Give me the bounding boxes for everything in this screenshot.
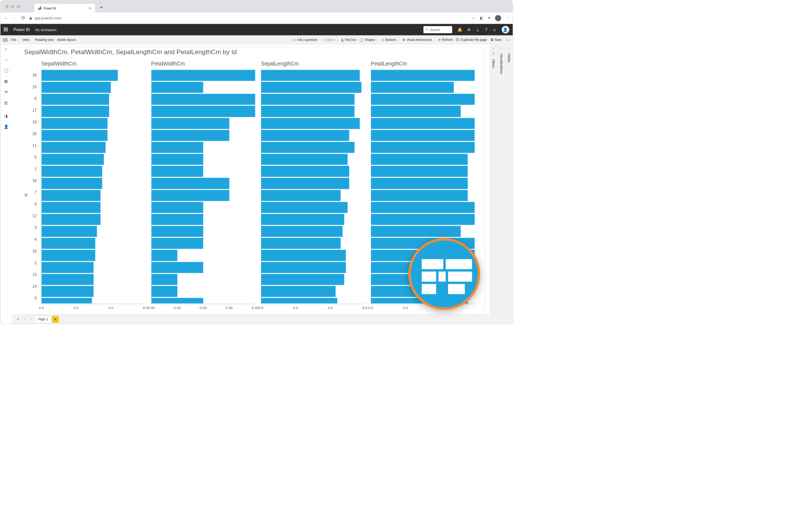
bar[interactable] (151, 286, 177, 297)
duplicate-page-button[interactable]: ⿻Duplicate this page (456, 38, 487, 41)
help-icon[interactable]: ? (485, 28, 487, 32)
search-input[interactable]: Search (423, 26, 452, 33)
textbox-button[interactable]: A̲Text box (341, 38, 356, 41)
bar[interactable] (261, 202, 348, 213)
bar[interactable] (261, 118, 360, 129)
bar[interactable] (261, 262, 346, 273)
reading-view-button[interactable]: Reading view (35, 38, 54, 41)
reload-icon[interactable]: ⟳ (21, 15, 25, 21)
explore-button[interactable]: ✧Explore⌄ (320, 38, 338, 41)
bar[interactable] (42, 82, 111, 93)
bar[interactable] (261, 226, 343, 237)
bar[interactable] (151, 118, 229, 129)
buttons-button[interactable]: ▭Buttons⌄ (381, 38, 399, 41)
apps-icon[interactable]: ▦ (4, 79, 8, 84)
bar[interactable] (42, 178, 102, 189)
menu-icon[interactable]: ⋮ (506, 16, 509, 20)
feedback-icon[interactable]: ☺ (492, 28, 496, 32)
profile-avatar-icon[interactable] (495, 15, 501, 21)
bar[interactable] (261, 286, 336, 297)
bar[interactable] (371, 106, 461, 117)
bar[interactable] (371, 118, 475, 129)
bar[interactable] (42, 202, 100, 213)
expand-icon[interactable]: ↗ (13, 317, 21, 321)
bar[interactable] (261, 238, 341, 249)
home-icon[interactable]: ⌂ (5, 47, 7, 51)
shapes-button[interactable]: ◯Shapes⌄ (360, 38, 378, 41)
bar[interactable] (371, 70, 475, 81)
view-menu[interactable]: View⌄ (22, 38, 32, 41)
bar[interactable] (261, 214, 344, 225)
add-page-button[interactable]: + (52, 316, 59, 323)
bar[interactable] (371, 226, 461, 237)
bar[interactable] (42, 106, 109, 117)
ask-question-button[interactable]: ▭Ask a question (293, 38, 317, 41)
refresh-button[interactable]: ⟳Refresh (438, 38, 453, 41)
hamburger-icon[interactable] (3, 38, 8, 41)
close-tab-icon[interactable]: ✕ (89, 6, 92, 10)
bar[interactable] (151, 202, 203, 213)
window-controls[interactable] (5, 5, 20, 8)
workspaces-icon[interactable]: ▥ (4, 100, 8, 105)
bar[interactable] (151, 178, 229, 189)
app-launcher-icon[interactable] (4, 28, 8, 32)
save-button[interactable]: 🖫Save (490, 38, 502, 41)
bar[interactable] (42, 142, 106, 153)
bar[interactable] (261, 250, 346, 261)
bar[interactable] (261, 298, 337, 304)
address-bar[interactable]: app.powerbi.com/ (29, 16, 468, 20)
page-tab[interactable]: Page 1 (34, 316, 52, 323)
bar[interactable] (261, 106, 355, 117)
download-icon[interactable]: ⭳ (476, 28, 480, 32)
workspace-name[interactable]: My workspace (35, 28, 57, 31)
bar[interactable] (151, 214, 203, 225)
bar[interactable] (42, 190, 100, 201)
bar[interactable] (151, 166, 203, 177)
fields-pane-collapsed[interactable]: ‹ Fields (505, 45, 513, 315)
bar[interactable] (371, 82, 454, 93)
bar[interactable] (261, 178, 350, 189)
bar[interactable] (151, 250, 177, 261)
bar[interactable] (42, 94, 109, 105)
notifications-icon[interactable]: 🔔 (458, 27, 462, 32)
bar[interactable] (371, 130, 475, 141)
shared-icon[interactable]: ⇆ (5, 90, 8, 94)
bar[interactable] (151, 274, 177, 285)
bar[interactable] (371, 214, 475, 225)
filters-pane-collapsed[interactable]: ‹ ▽ Filters (490, 45, 497, 315)
bar[interactable] (42, 286, 94, 297)
bar[interactable] (371, 142, 475, 153)
bar[interactable] (42, 118, 108, 129)
bar[interactable] (42, 226, 97, 237)
bar[interactable] (42, 214, 100, 225)
recent-icon[interactable]: 🕘 (4, 68, 9, 73)
bar[interactable] (151, 70, 255, 81)
prev-page-icon[interactable]: ‹ (22, 317, 28, 321)
bar[interactable] (371, 190, 468, 201)
bar[interactable] (261, 142, 355, 153)
favorites-icon[interactable]: ☆ (5, 58, 8, 62)
file-menu[interactable]: File⌄ (11, 38, 19, 41)
bar[interactable] (42, 262, 94, 273)
bar[interactable] (151, 106, 255, 117)
bar[interactable] (371, 154, 468, 165)
bar[interactable] (42, 238, 95, 249)
more-icon[interactable]: ⋯ (505, 37, 511, 43)
bar[interactable] (151, 226, 203, 237)
bar[interactable] (151, 238, 203, 249)
bar[interactable] (42, 250, 95, 261)
my-workspace-icon[interactable]: ◨ (4, 114, 8, 118)
bar[interactable] (261, 274, 344, 285)
star-icon[interactable]: ☆ (472, 16, 475, 20)
bar[interactable] (151, 190, 229, 201)
bar[interactable] (42, 130, 108, 141)
next-page-icon[interactable]: › (28, 317, 34, 321)
bar[interactable] (371, 94, 475, 105)
bar[interactable] (371, 178, 468, 189)
back-icon[interactable]: ← (4, 15, 9, 21)
mobile-layout-button[interactable]: Mobile layout (57, 38, 75, 41)
bar[interactable] (151, 298, 203, 304)
bar[interactable] (261, 70, 360, 81)
cast-icon[interactable]: ◧ (480, 16, 483, 20)
bar[interactable] (261, 166, 350, 177)
